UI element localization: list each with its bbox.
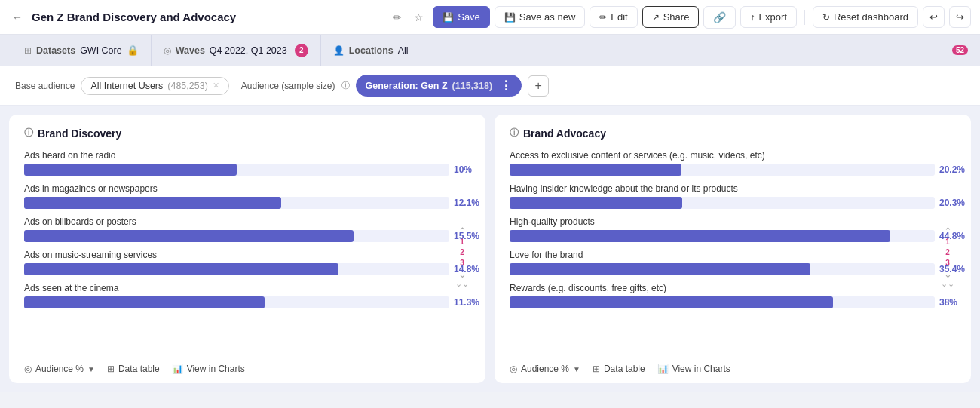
bar-fill (24, 263, 338, 275)
edit-button[interactable]: ✏ Edit (590, 6, 637, 28)
bar-fill (24, 230, 354, 242)
back-button[interactable]: ← (9, 8, 26, 26)
info-icon: ⓘ (341, 80, 350, 91)
undo-button[interactable]: ↩ (923, 6, 945, 28)
chart-label: Rewards (e.g. discounts, free gifts, etc… (510, 283, 935, 293)
base-audience-chip[interactable]: All Internet Users (485,253) ✕ (81, 77, 228, 95)
reset-dashboard-button[interactable]: ↻ Reset dashboard (813, 6, 918, 28)
locations-filter[interactable]: 👤 Locations All (321, 35, 421, 66)
redo-button[interactable]: ↪ (949, 6, 971, 28)
save-as-new-button[interactable]: 💾 Save as new (495, 6, 585, 28)
chart-label: Ads in magazines or newspapers (24, 183, 449, 194)
view-in-charts-button[interactable]: 📊 View in Charts (172, 364, 245, 374)
export-button[interactable]: ↑ Export (740, 6, 797, 28)
audience-icon: ◎ (24, 364, 32, 374)
chart-label: Ads on billboards or posters (24, 216, 449, 227)
remove-base-icon[interactable]: ✕ (213, 81, 219, 90)
chart-label: Access to exclusive content or services … (510, 150, 935, 161)
save-button[interactable]: 💾 Save (433, 6, 490, 28)
chart-row: Having insider knowledge about the brand… (510, 183, 935, 209)
bar-container: 15.5% (24, 230, 449, 242)
audience-pct-dropdown[interactable]: ◎ Audience % ▼ (24, 364, 95, 374)
redo-icon: ↪ (956, 11, 964, 23)
chart-row: Ads seen at the cinema 11.3% (24, 283, 449, 308)
bar-container: 12.1% (24, 197, 449, 209)
filter-bar: ⊞ Datasets GWI Core 🔒 ◎ Waves Q4 2022, Q… (0, 35, 980, 66)
chart-label: Ads on music-streaming services (24, 250, 449, 260)
bar-value: 44.8% (939, 231, 965, 241)
link-icon: 🔗 (713, 11, 726, 23)
waves-badge: 2 (295, 44, 308, 57)
scroll-bottom-icon[interactable]: ⌄⌄ (455, 279, 469, 289)
data-table-button[interactable]: ⊞ Data table (107, 364, 160, 374)
chart-row: Ads on billboards or posters 15.5% (24, 216, 449, 242)
scroll-num-2[interactable]: 2 (460, 247, 464, 258)
bar-value: 20.3% (939, 198, 965, 208)
audience-icon-2: ◎ (510, 364, 517, 374)
bar-value: 35.4% (939, 264, 965, 275)
reset-icon: ↻ (822, 12, 830, 23)
locations-count-badge: 52 (952, 45, 968, 55)
header-actions: 💾 Save 💾 Save as new ✏ Edit ↗ Share 🔗 ↑ … (433, 6, 971, 29)
scroll-num-2b[interactable]: 2 (945, 247, 950, 258)
bar-value: 11.3% (454, 297, 479, 308)
table-icon: ⊞ (107, 364, 115, 374)
divider (804, 10, 805, 25)
bar-fill (510, 263, 810, 275)
bar-fill (510, 230, 890, 242)
share-button[interactable]: ↗ Share (642, 6, 700, 28)
star-icon: ☆ (414, 11, 424, 23)
chart-row: Love for the brand 35.4% (510, 250, 935, 275)
bar-value: 15.5% (454, 231, 479, 241)
table-icon-2: ⊞ (593, 364, 600, 374)
edit-icon: ✏ (599, 12, 607, 23)
audience-pct-dropdown-2[interactable]: ◎ Audience % ▼ (510, 364, 580, 374)
datasets-filter[interactable]: ⊞ Datasets GWI Core 🔒 (12, 35, 152, 66)
link-button[interactable]: 🔗 (703, 6, 736, 29)
add-audience-button[interactable]: + (528, 75, 549, 97)
chart-row: High-quality products 44.8% (510, 216, 935, 242)
data-table-button-2[interactable]: ⊞ Data table (593, 364, 645, 374)
chip-options-icon[interactable]: ⋮ (500, 78, 512, 93)
chart-row: Ads in magazines or newspapers 12.1% (24, 183, 449, 209)
dropdown-arrow-icon-2: ▼ (573, 365, 580, 373)
view-in-charts-button-2[interactable]: 📊 View in Charts (657, 364, 730, 374)
scroll-bottom-icon-2[interactable]: ⌄⌄ (941, 279, 954, 289)
bar-container: 35.4% (510, 263, 935, 275)
bar-fill (24, 164, 237, 176)
save-as-new-icon: 💾 (504, 12, 516, 23)
lock-icon: 🔒 (127, 44, 139, 56)
discovery-rows: Ads heard on the radio 10% Ads in magazi… (24, 150, 449, 348)
export-icon: ↑ (750, 12, 755, 23)
chart-icon: 📊 (172, 364, 183, 374)
bar-container: 11.3% (24, 296, 449, 308)
discovery-scroll-controls: ⌃ 1 2 3 ⌄ ⌄⌄ (454, 167, 470, 348)
active-audience-chip[interactable]: Generation: Gen Z (115,318) ⋮ (356, 75, 522, 97)
discovery-footer: ◎ Audience % ▼ ⊞ Data table 📊 View in Ch… (24, 357, 470, 374)
brand-discovery-title: ⓘ Brand Discovery (24, 127, 470, 140)
bar-fill (24, 197, 281, 209)
pencil-icon: ✏ (393, 11, 402, 23)
dropdown-arrow-icon: ▼ (87, 365, 95, 373)
bar-container: 10% (24, 164, 449, 176)
star-button[interactable]: ☆ (411, 8, 427, 26)
undo-icon: ↩ (929, 11, 938, 23)
edit-title-button[interactable]: ✏ (390, 8, 405, 26)
chart-icon-2: 📊 (657, 364, 669, 374)
save-icon: 💾 (443, 12, 454, 23)
bar-container: 20.2% (510, 164, 935, 176)
card-info-icon: ⓘ (24, 127, 33, 140)
main-content: ⓘ Brand Discovery Ads heard on the radio… (0, 106, 980, 392)
bar-value: 12.1% (454, 198, 479, 208)
bar-value: 14.8% (454, 264, 479, 275)
bar-fill (510, 164, 681, 176)
page-title: Gen Z Brand Discovery and Advocacy (32, 11, 384, 23)
card-info-icon-2: ⓘ (510, 127, 519, 140)
chart-label: Love for the brand (510, 250, 935, 260)
audience-bar: Base audience All Internet Users (485,25… (0, 66, 980, 106)
chart-row: Access to exclusive content or services … (510, 150, 935, 176)
chart-row: Ads on music-streaming services 14.8% (24, 250, 449, 275)
advocacy-chart-wrapper: Access to exclusive content or services … (510, 150, 956, 348)
waves-filter[interactable]: ◎ Waves Q4 2022, Q1 2023 2 (152, 35, 321, 66)
chart-row: Rewards (e.g. discounts, free gifts, etc… (510, 283, 935, 308)
